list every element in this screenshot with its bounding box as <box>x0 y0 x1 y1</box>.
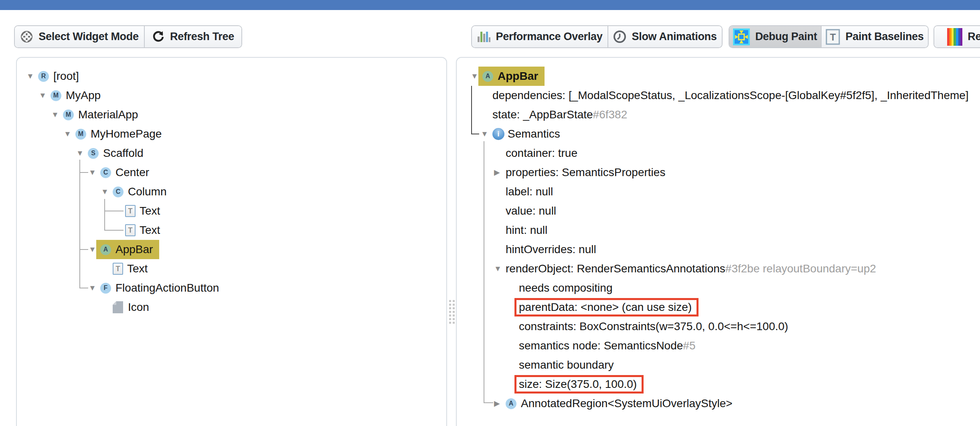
repaint-rainbow-label: Repaint Rainbow <box>968 30 980 43</box>
property-row[interactable]: ▶properties: SemanticsProperties <box>457 163 980 182</box>
chevron-expanded-icon[interactable]: ▼ <box>26 67 38 86</box>
property-text: state: _AppBarState <box>492 108 593 121</box>
paint-toggle-button-group: Debug Paint T Paint Baselines <box>729 25 929 48</box>
chevron-collapsed-icon[interactable]: ▶ <box>494 163 506 182</box>
widget-type-badge: C <box>113 187 124 197</box>
chevron-expanded-icon[interactable]: ▼ <box>64 124 75 144</box>
chevron-expanded-icon[interactable]: ▼ <box>51 105 63 124</box>
perf-toggle-button-group: Performance Overlay Slow Animations <box>471 25 723 48</box>
chevron-expanded-icon[interactable]: ▼ <box>89 278 100 298</box>
property-row[interactable]: hint: null <box>457 221 980 240</box>
chevron-expanded-icon[interactable]: ▼ <box>101 182 113 201</box>
tree-node-semantics[interactable]: ▼iSemantics <box>457 124 980 144</box>
property-row[interactable]: container: true <box>457 144 980 163</box>
tree-node-myhomepage[interactable]: ▼MMyHomePage <box>17 124 446 144</box>
node-label: FloatingActionButton <box>115 282 219 294</box>
refresh-tree-button[interactable]: Refresh Tree <box>144 26 241 47</box>
property-row[interactable]: value: null <box>457 201 980 221</box>
repaint-rainbow-button-group: Repaint Rainbow <box>933 25 980 48</box>
property-text: value: null <box>506 205 556 217</box>
hash-suffix: #6f382 <box>593 108 628 121</box>
tree-node-myapp[interactable]: ▼MMyApp <box>17 86 446 105</box>
node-label: Text <box>140 224 160 237</box>
property-row[interactable]: ▼renderObject: RenderSemanticsAnnotation… <box>457 259 980 278</box>
paint-baselines-icon: T <box>826 29 840 45</box>
node-label: AppBar <box>498 70 538 83</box>
property-text: hintOverrides: null <box>506 243 596 256</box>
text-widget-badge: T <box>113 263 123 275</box>
selection-highlight: AAppBar <box>478 67 545 86</box>
tree-node-text[interactable]: TText <box>17 201 446 221</box>
tree-node-text[interactable]: TText <box>17 259 446 278</box>
node-label: Text <box>140 205 160 217</box>
property-text: dependencies: [_ModalScopeStatus, _Local… <box>492 89 969 102</box>
property-text: container: true <box>506 147 577 160</box>
text-widget-badge: T <box>125 205 136 217</box>
tree-node-column[interactable]: ▼CColumn <box>17 182 446 201</box>
node-label: Column <box>128 185 166 198</box>
node-label: Icon <box>128 301 149 314</box>
tree-node-floatingactionbutton[interactable]: ▼FFloatingActionButton <box>17 278 446 298</box>
debug-paint-button[interactable]: Debug Paint <box>729 26 821 47</box>
svg-text:T: T <box>830 32 836 43</box>
widget-type-badge: A <box>100 244 111 255</box>
property-text: renderObject: RenderSemanticsAnnotations <box>506 262 725 275</box>
property-text: hint: null <box>506 224 547 237</box>
tree-node-materialapp[interactable]: ▼MMaterialApp <box>17 105 446 124</box>
tree-node-scaffold[interactable]: ▼SScaffold <box>17 144 446 163</box>
node-label: Scaffold <box>103 147 144 160</box>
details-tree-panel: ▼AAppBardependencies: [_ModalScopeStatus… <box>456 57 980 426</box>
widget-type-badge: A <box>482 71 493 82</box>
node-label: MyHomePage <box>91 128 162 140</box>
property-row[interactable]: semantic boundary <box>457 355 980 375</box>
panel-splitter-handle[interactable] <box>449 300 456 325</box>
tree-node-text[interactable]: TText <box>17 221 446 240</box>
repaint-rainbow-button[interactable]: Repaint Rainbow <box>934 26 980 47</box>
chevron-expanded-icon[interactable]: ▼ <box>39 86 51 105</box>
tree-node-appbar[interactable]: ▼AAppBar <box>17 240 446 259</box>
tree-node-center[interactable]: ▼CCenter <box>17 163 446 182</box>
slow-animations-icon <box>613 30 626 43</box>
tree-node-root[interactable]: ▼R[root] <box>17 67 446 86</box>
widget-type-badge: M <box>75 129 86 140</box>
property-row[interactable]: state: _AppBarState#6f382 <box>457 105 980 124</box>
node-label: Semantics <box>508 128 560 140</box>
property-text: semantics node: SemanticsNode <box>519 339 683 352</box>
flutter-inspector: { "colors": { "topbar": "#4C7ABE", "sele… <box>0 0 980 426</box>
property-text: semantic boundary <box>519 359 614 371</box>
property-text: label: null <box>506 185 553 198</box>
node-label: Text <box>127 262 148 275</box>
property-text: properties: SemanticsProperties <box>506 166 665 179</box>
chevron-expanded-icon[interactable]: ▼ <box>89 163 100 182</box>
chevron-collapsed-icon[interactable]: ▶ <box>494 394 506 413</box>
paint-baselines-button[interactable]: T Paint Baselines <box>821 26 928 47</box>
tree-node-appbar[interactable]: ▼AAppBar <box>457 67 980 86</box>
property-row[interactable]: constraints: BoxConstraints(w=375.0, 0.0… <box>457 317 980 336</box>
slow-animations-label: Slow Animations <box>632 30 717 43</box>
widget-type-badge: R <box>38 71 49 82</box>
tree-node-icon[interactable]: Icon <box>17 298 446 317</box>
tree-node-annotatedregion-systemuioverlaystyle[interactable]: ▶AAnnotatedRegion<SystemUiOverlayStyle> <box>457 394 980 413</box>
widget-type-badge: M <box>63 110 74 120</box>
chevron-expanded-icon[interactable]: ▼ <box>494 259 506 278</box>
performance-overlay-button[interactable]: Performance Overlay <box>472 26 607 47</box>
chevron-expanded-icon[interactable]: ▼ <box>76 144 88 163</box>
property-text: needs compositing <box>519 282 612 294</box>
property-row[interactable]: label: null <box>457 182 980 201</box>
property-row[interactable]: hintOverrides: null <box>457 240 980 259</box>
property-row[interactable]: dependencies: [_ModalScopeStatus, _Local… <box>457 86 980 105</box>
chevron-expanded-icon[interactable]: ▼ <box>481 124 492 144</box>
widget-type-badge: C <box>100 167 111 178</box>
file-icon <box>113 301 123 313</box>
hash-suffix: #3f2be relayoutBoundary=up2 <box>725 262 876 275</box>
debug-paint-label: Debug Paint <box>755 30 817 43</box>
select-widget-mode-button[interactable]: Select Widget Mode <box>15 26 144 47</box>
widget-type-badge: S <box>88 148 99 159</box>
property-row[interactable]: needs compositing <box>457 278 980 298</box>
slow-animations-button[interactable]: Slow Animations <box>607 26 722 47</box>
refresh-icon <box>152 30 165 43</box>
property-row[interactable]: size: Size(375.0, 100.0) <box>457 375 980 394</box>
node-label: MyApp <box>66 89 101 102</box>
property-row[interactable]: parentData: <none> (can use size) <box>457 298 980 317</box>
property-row[interactable]: semantics node: SemanticsNode#5 <box>457 336 980 355</box>
